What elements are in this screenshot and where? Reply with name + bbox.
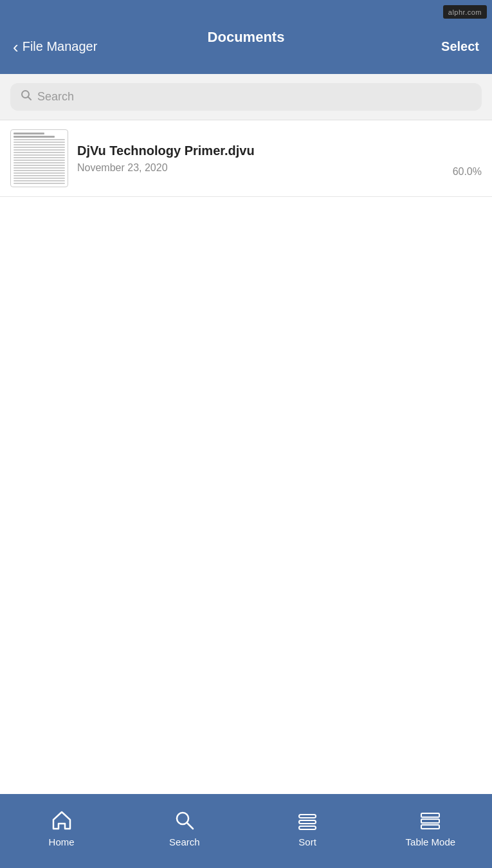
file-progress: 60.0% bbox=[453, 166, 482, 178]
svg-rect-6 bbox=[299, 826, 316, 829]
file-list: DjVu Technology Primer.djvu November 23,… bbox=[0, 120, 492, 197]
alphr-brand: alphr bbox=[448, 8, 465, 16]
nav-table-mode[interactable]: Table Mode bbox=[369, 808, 492, 847]
alphr-tld: .com bbox=[465, 8, 482, 16]
file-item-right: 60.0% bbox=[453, 139, 482, 178]
nav-home[interactable]: Home bbox=[0, 808, 123, 847]
svg-rect-4 bbox=[299, 815, 316, 818]
back-label: File Manager bbox=[23, 39, 98, 54]
back-arrow-icon: ‹ bbox=[13, 39, 19, 55]
search-bar[interactable]: Search bbox=[10, 83, 482, 111]
table-mode-icon bbox=[418, 808, 442, 833]
svg-line-3 bbox=[187, 823, 193, 829]
search-bar-container: Search bbox=[0, 74, 492, 120]
file-info: DjVu Technology Primer.djvu November 23,… bbox=[77, 143, 444, 174]
nav-sort[interactable]: Sort bbox=[246, 808, 369, 847]
file-name: DjVu Technology Primer.djvu bbox=[77, 143, 444, 158]
svg-rect-8 bbox=[421, 819, 439, 823]
nav-home-label: Home bbox=[49, 836, 75, 847]
search-nav-icon bbox=[172, 808, 197, 833]
sort-icon bbox=[295, 808, 320, 833]
file-date: November 23, 2020 bbox=[77, 162, 444, 174]
nav-search[interactable]: Search bbox=[123, 808, 246, 847]
bottom-nav: Home Search Sort Table Mode bbox=[0, 794, 492, 868]
svg-rect-5 bbox=[299, 820, 316, 824]
nav-sort-label: Sort bbox=[298, 836, 316, 847]
alphr-logo: alphr.com bbox=[443, 5, 487, 19]
svg-line-1 bbox=[28, 97, 32, 100]
table-row[interactable]: DjVu Technology Primer.djvu November 23,… bbox=[0, 120, 492, 197]
nav-table-mode-label: Table Mode bbox=[406, 836, 456, 847]
header: ‹ File Manager Documents Select bbox=[0, 0, 492, 74]
home-icon bbox=[50, 808, 74, 833]
search-icon bbox=[21, 89, 32, 104]
page-title: Documents bbox=[208, 19, 285, 55]
search-placeholder: Search bbox=[37, 90, 74, 104]
nav-search-label: Search bbox=[169, 836, 200, 847]
svg-rect-7 bbox=[421, 813, 439, 817]
file-thumbnail bbox=[10, 129, 68, 187]
content-area: DjVu Technology Primer.djvu November 23,… bbox=[0, 120, 492, 800]
select-button[interactable]: Select bbox=[441, 39, 479, 54]
back-button[interactable]: ‹ File Manager bbox=[13, 39, 97, 55]
svg-rect-9 bbox=[421, 825, 439, 829]
